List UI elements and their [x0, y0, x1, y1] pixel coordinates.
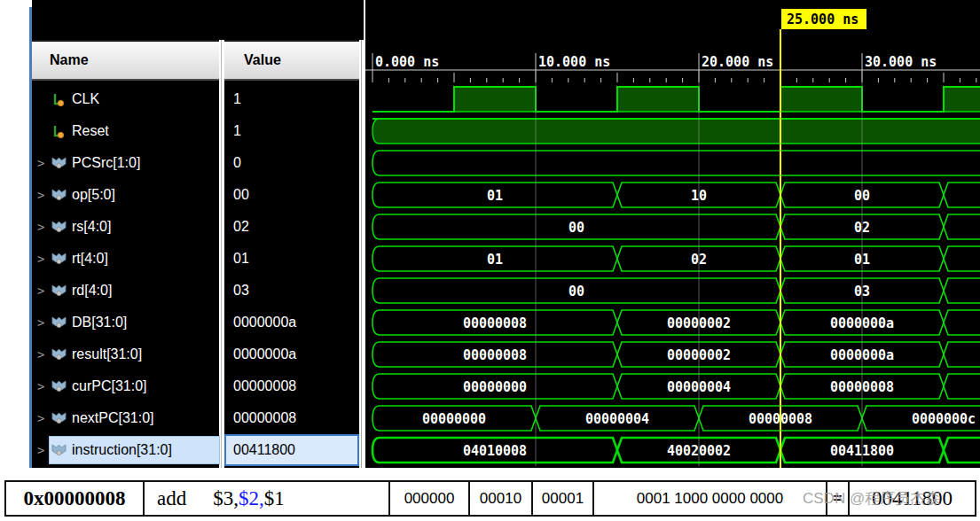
- name-header-label: Name: [50, 52, 89, 68]
- bus-signal-icon: [51, 411, 67, 425]
- signal-value-panel: 110000201030000000a0000000a0000000800000…: [224, 81, 359, 468]
- signal-row[interactable]: >instruction[31:0]: [32, 434, 219, 466]
- waveform-canvas[interactable]: 0.000 ns10.000 ns20.000 ns30.000 ns01100…: [365, 0, 980, 468]
- signal-row[interactable]: >result[31:0]: [32, 338, 219, 370]
- signal-row[interactable]: >CLK: [32, 83, 219, 115]
- signal-name-label: curPC[31:0]: [72, 378, 146, 394]
- svg-text:00: 00: [568, 284, 584, 299]
- signal-row[interactable]: >op[5:0]: [32, 179, 219, 211]
- signal-row[interactable]: >PCSrc[1:0]: [32, 147, 219, 179]
- signal-name-label: rs[4:0]: [72, 219, 111, 235]
- operand: $2,: [239, 487, 264, 509]
- signal-name-label: instruction[31:0]: [72, 442, 172, 458]
- scalar-signal-icon: [51, 92, 67, 106]
- expand-chevron-icon[interactable]: >: [37, 411, 50, 425]
- signal-value-cell[interactable]: 00: [224, 179, 359, 211]
- bus-signal-icon: [51, 156, 67, 170]
- expand-chevron-icon[interactable]: >: [37, 156, 50, 170]
- signal-value-cell[interactable]: 00411800: [224, 434, 359, 466]
- signal-value-cell[interactable]: 01: [224, 243, 359, 275]
- signal-name-label: op[5:0]: [72, 187, 115, 203]
- assembly-cell: add $3,$2,$1: [145, 482, 390, 515]
- expand-chevron-icon[interactable]: >: [37, 315, 50, 330]
- svg-text:10.000 ns: 10.000 ns: [538, 54, 610, 70]
- scalar-signal-icon: [51, 124, 67, 138]
- svg-text:0.000 ns: 0.000 ns: [375, 54, 439, 70]
- signal-name-label: CLK: [72, 91, 99, 107]
- svg-text:20.000 ns: 20.000 ns: [702, 54, 773, 70]
- signal-name-label: rt[4:0]: [72, 251, 108, 267]
- rs-field-cell: 00010: [470, 482, 533, 515]
- toolbar-band: [32, 0, 364, 40]
- expand-chevron-icon[interactable]: >: [37, 284, 50, 298]
- signal-row[interactable]: >nextPC[31:0]: [32, 402, 219, 434]
- signal-row[interactable]: >Reset: [32, 115, 219, 147]
- signal-value-cell[interactable]: 1: [224, 115, 359, 147]
- value-column-header[interactable]: Value: [224, 40, 359, 81]
- expand-chevron-icon[interactable]: >: [37, 188, 50, 202]
- name-column-header[interactable]: Name: [32, 40, 219, 81]
- svg-text:01: 01: [487, 188, 503, 204]
- signal-row[interactable]: >rs[4:0]: [32, 211, 219, 243]
- watermark: CSDN @程序员杰森: [803, 488, 940, 509]
- expand-chevron-icon[interactable]: >: [37, 347, 50, 362]
- svg-text:25.000 ns: 25.000 ns: [787, 12, 858, 27]
- left-gutter: [0, 0, 32, 468]
- signal-row[interactable]: >curPC[31:0]: [32, 370, 219, 402]
- signal-name-label: result[31:0]: [72, 346, 142, 362]
- svg-text:00000000: 00000000: [422, 411, 486, 427]
- value-header-label: Value: [244, 52, 281, 68]
- bus-signal-icon: [51, 284, 67, 298]
- svg-text:01: 01: [487, 252, 503, 268]
- rt-field-cell: 00001: [533, 482, 594, 515]
- bus-signal-icon: [51, 252, 67, 266]
- bus-signal-icon: [51, 379, 67, 393]
- signal-name-panel: >CLK>Reset>PCSrc[1:0]>op[5:0]>rs[4:0]>rt…: [32, 81, 219, 468]
- svg-text:04010008: 04010008: [463, 443, 527, 459]
- signal-name-label: DB[31:0]: [72, 315, 127, 330]
- signal-value-cell[interactable]: 00000008: [224, 402, 359, 434]
- bus-signal-icon: [51, 188, 67, 202]
- expand-chevron-icon[interactable]: >: [37, 443, 50, 457]
- svg-text:00: 00: [568, 220, 584, 236]
- opcode-field-cell: 000000: [390, 482, 470, 515]
- expand-chevron-icon[interactable]: >: [37, 252, 50, 266]
- operand: $3,: [213, 487, 239, 509]
- pc-address-cell: 0x00000008: [6, 482, 145, 515]
- signal-row[interactable]: >rt[4:0]: [32, 243, 219, 275]
- signal-value-cell[interactable]: 0000000a: [224, 338, 359, 370]
- signal-value-cell[interactable]: 02: [224, 211, 359, 243]
- waveform-panel[interactable]: 0.000 ns10.000 ns20.000 ns30.000 ns01100…: [365, 0, 980, 468]
- panel-divider[interactable]: [359, 40, 365, 468]
- svg-text:00000008: 00000008: [463, 315, 527, 331]
- bus-signal-icon: [51, 315, 67, 330]
- svg-text:00000008: 00000008: [463, 347, 527, 363]
- bus-signal-icon: [51, 443, 67, 457]
- signal-row[interactable]: >DB[31:0]: [32, 307, 219, 338]
- operand: $1: [264, 487, 285, 509]
- signal-value-cell[interactable]: 0000000a: [224, 307, 359, 338]
- mnemonic: add: [157, 487, 186, 510]
- signal-value-cell[interactable]: 03: [224, 275, 359, 307]
- bus-signal-icon: [51, 347, 67, 362]
- expand-chevron-icon[interactable]: >: [37, 379, 50, 393]
- signal-row[interactable]: >rd[4:0]: [32, 275, 219, 307]
- svg-text:00000000: 00000000: [463, 379, 527, 395]
- signal-name-label: Reset: [72, 123, 109, 139]
- signal-value-cell[interactable]: 00000008: [224, 370, 359, 402]
- operands: $3,$2,$1: [213, 487, 285, 510]
- expand-chevron-icon[interactable]: >: [37, 220, 50, 234]
- svg-text:30.000 ns: 30.000 ns: [865, 54, 937, 70]
- signal-value-cell[interactable]: 0: [224, 147, 359, 179]
- svg-text:0000000c: 0000000c: [912, 411, 976, 427]
- signal-name-label: PCSrc[1:0]: [72, 155, 140, 171]
- low16-field-cell: 0001 1000 0000 0000: [594, 482, 827, 515]
- bus-signal-icon: [51, 220, 67, 234]
- signal-value-cell[interactable]: 1: [224, 83, 359, 115]
- svg-text:00000004: 00000004: [585, 411, 649, 427]
- signal-name-label: nextPC[31:0]: [72, 410, 154, 426]
- signal-name-label: rd[4:0]: [72, 283, 112, 299]
